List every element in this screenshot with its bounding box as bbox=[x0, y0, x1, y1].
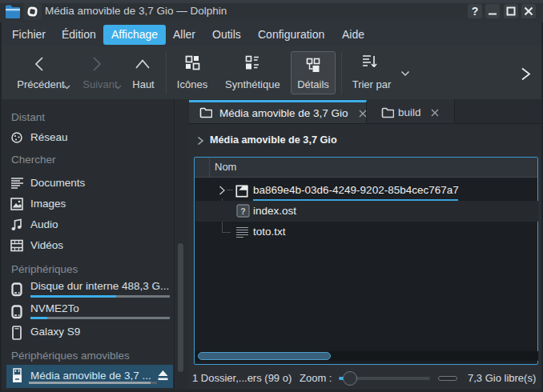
svg-text:?: ? bbox=[240, 206, 245, 216]
